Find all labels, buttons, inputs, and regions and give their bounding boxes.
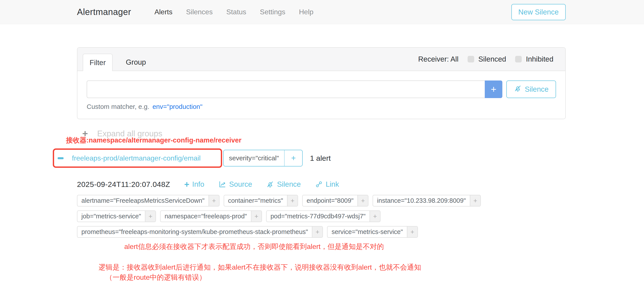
label-tag-namespace: namespace="freeleaps-prod" +: [160, 210, 262, 222]
label-add-button[interactable]: +: [358, 195, 368, 206]
filter-card: Filter Group Receiver: All Silenced Inhi…: [77, 47, 566, 119]
label-add-button[interactable]: +: [407, 226, 418, 237]
alert-header-row: 2025-09-24T11:20:07.048Z + Info Source: [77, 178, 339, 191]
chart-icon: [218, 180, 226, 188]
silenced-label: Silenced: [478, 55, 506, 63]
generator-link[interactable]: Link: [315, 180, 339, 188]
label-add-button[interactable]: +: [287, 195, 298, 206]
group-matcher: severity="critical" +: [223, 150, 303, 166]
annotation-receiver-note: 接收器:namespace/altermanager-config-name/r…: [66, 136, 242, 145]
alert-labels-row-1: alertname="FreeleapsMetricsServiceDown" …: [77, 195, 481, 206]
label-tag-instance: instance="10.233.98.209:8009" +: [372, 195, 481, 206]
filter-options: Receiver: All Silenced Inhibited: [418, 55, 565, 63]
nav-item-alerts[interactable]: Alerts: [154, 8, 172, 16]
label-text[interactable]: pod="metrics-77d9cdb497-wdsj7": [266, 211, 370, 222]
info-link[interactable]: + Info: [184, 180, 204, 189]
inhibited-label: Inhibited: [526, 55, 554, 63]
annotation-logic-note: 逻辑是：接收器收到alert后进行通知，如果alert不在接收器下，说明接收器没…: [98, 262, 421, 272]
label-add-button[interactable]: +: [370, 211, 380, 222]
group-matcher-label[interactable]: severity="critical": [224, 150, 284, 166]
filter-card-header: Filter Group Receiver: All Silenced Inhi…: [78, 48, 565, 71]
alert-group-row: freeleaps-prod/alertmanager-config/email…: [53, 148, 331, 168]
label-text[interactable]: container="metrics": [224, 195, 287, 206]
filter-card-body: + Silence Custom matcher, e.g.env="produ…: [78, 71, 565, 110]
link-label: Link: [326, 180, 339, 188]
tab-group[interactable]: Group: [120, 54, 152, 70]
label-add-button[interactable]: +: [251, 211, 262, 222]
nav-item-settings[interactable]: Settings: [260, 8, 286, 16]
matcher-helper-text: Custom matcher, e.g.: [87, 103, 149, 110]
annotation-config-note: alert信息必须在接收器下才表示配置成功，否则即使能看到alert，但是通知是…: [124, 242, 384, 252]
nav-item-silences[interactable]: Silences: [186, 8, 213, 16]
collapse-group-icon[interactable]: [58, 157, 64, 159]
label-tag-prometheus: prometheus="freeleaps-monitoring-system/…: [77, 226, 323, 238]
app-brand[interactable]: Alertmanager: [77, 7, 131, 17]
alert-timestamp: 2025-09-24T11:20:07.048Z: [77, 180, 170, 189]
group-matcher-add-button[interactable]: +: [284, 150, 302, 166]
source-link[interactable]: Source: [218, 180, 252, 188]
alert-labels-row-3: prometheus="freeleaps-monitoring-system/…: [77, 226, 418, 238]
matcher-example-link[interactable]: env="production": [152, 103, 202, 110]
alertmanager-page: Alertmanager Alerts Silences Status Sett…: [0, 0, 644, 296]
label-tag-job: job="metrics-service" +: [77, 210, 156, 222]
add-matcher-button[interactable]: +: [485, 80, 502, 98]
bell-slash-icon: [266, 180, 274, 188]
label-tag-pod: pod="metrics-77d9cdb497-wdsj7" +: [266, 210, 380, 222]
label-text[interactable]: service="metrics-service": [328, 226, 407, 237]
info-label: Info: [192, 180, 204, 188]
label-add-button[interactable]: +: [312, 226, 322, 237]
label-add-button[interactable]: +: [145, 211, 156, 222]
annotation-route-note: （一般是route中的逻辑有错误）: [106, 273, 206, 282]
label-text[interactable]: job="metrics-service": [78, 211, 145, 222]
label-text[interactable]: prometheus="freeleaps-monitoring-system/…: [78, 226, 312, 237]
label-text[interactable]: instance="10.233.98.209:8009": [373, 195, 470, 206]
inhibited-checkbox-group[interactable]: Inhibited: [515, 55, 554, 63]
label-tag-container: container="metrics" +: [224, 195, 298, 206]
top-navbar: Alertmanager Alerts Silences Status Sett…: [0, 0, 644, 24]
tab-filter[interactable]: Filter: [83, 54, 112, 71]
plus-icon: +: [184, 180, 189, 189]
receiver-selector[interactable]: Receiver: All: [418, 55, 458, 63]
inhibited-checkbox[interactable]: [515, 56, 522, 62]
link-icon: [315, 180, 323, 188]
label-add-button[interactable]: +: [470, 195, 480, 206]
bell-slash-icon: [514, 84, 522, 94]
silence-alert-link[interactable]: Silence: [266, 180, 301, 188]
alert-count: 1 alert: [310, 154, 331, 162]
nav-item-help[interactable]: Help: [299, 8, 314, 16]
silenced-checkbox-group[interactable]: Silenced: [468, 55, 506, 63]
matcher-input[interactable]: [87, 80, 485, 98]
silence-alert-label: Silence: [277, 180, 301, 188]
label-add-button[interactable]: +: [208, 195, 219, 206]
label-tag-service: service="metrics-service" +: [327, 226, 418, 238]
annotation-highlight-box: freeleaps-prod/alertmanager-config/email: [53, 148, 222, 168]
alert-labels-row-2: job="metrics-service" + namespace="freel…: [77, 210, 380, 222]
new-silence-button[interactable]: New Silence: [511, 4, 566, 20]
silence-filter-button[interactable]: Silence: [506, 80, 556, 98]
label-text[interactable]: endpoint="8009": [303, 195, 358, 206]
nav-links: Alerts Silences Status Settings Help: [141, 8, 314, 16]
matcher-helper: Custom matcher, e.g.env="production": [87, 103, 556, 110]
source-label: Source: [229, 180, 252, 188]
label-text[interactable]: alertname="FreeleapsMetricsServiceDown": [78, 195, 208, 206]
label-tag-alertname: alertname="FreeleapsMetricsServiceDown" …: [77, 195, 220, 206]
silenced-checkbox[interactable]: [468, 56, 474, 62]
label-text[interactable]: namespace="freeleaps-prod": [160, 211, 251, 222]
nav-item-status[interactable]: Status: [226, 8, 246, 16]
group-name-link[interactable]: freeleaps-prod/alertmanager-config/email: [72, 154, 200, 162]
label-tag-endpoint: endpoint="8009" +: [302, 195, 368, 206]
matcher-input-group: + Silence: [87, 80, 556, 98]
silence-filter-label: Silence: [525, 85, 548, 94]
